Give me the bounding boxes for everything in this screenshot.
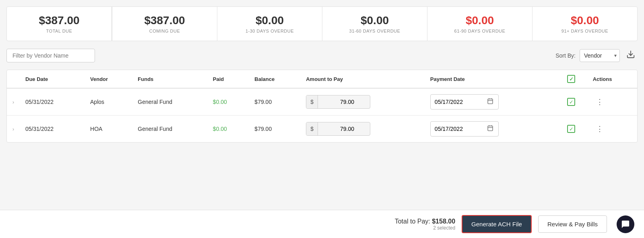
due-date-cell: 05/31/2022: [20, 88, 85, 116]
payment-date-input[interactable]: [431, 122, 483, 135]
sort-controls: Sort By: VendorDue DateAmountBalance: [555, 48, 638, 63]
actions-header: Actions: [587, 70, 637, 88]
actions-cell: ⋮: [587, 116, 637, 143]
sort-by-label: Sort By:: [555, 52, 576, 59]
amount-to-pay-header: Amount to Pay: [300, 70, 425, 88]
due-date-header: Due Date: [20, 70, 85, 88]
download-button[interactable]: [624, 48, 638, 63]
payment-date-cell: [425, 88, 555, 116]
summary-card-2: $0.001-30 DAYS OVERDUE: [217, 7, 322, 41]
row-actions-button[interactable]: ⋮: [593, 96, 607, 108]
summary-card-3: $0.0031-60 DAYS OVERDUE: [322, 7, 427, 41]
payment-date-header: Payment Date: [425, 70, 555, 88]
expand-row-button[interactable]: ›: [7, 88, 20, 116]
actions-cell: ⋮: [587, 88, 637, 116]
vendor-header: Vendor: [85, 70, 132, 88]
row-checkbox[interactable]: ✓: [567, 98, 575, 106]
table-header-row: Due Date Vendor Funds Paid Balance Amoun…: [7, 70, 637, 88]
bills-table: Due Date Vendor Funds Paid Balance Amoun…: [7, 70, 637, 142]
summary-amount-2: $0.00: [225, 14, 314, 27]
summary-card-0: $387.00TOTAL DUE: [7, 7, 112, 41]
funds-cell: General Fund: [132, 88, 207, 116]
balance-cell: $79.00: [249, 116, 300, 143]
date-input-group: [430, 121, 499, 137]
expand-header: [7, 70, 20, 88]
summary-amount-4: $0.00: [436, 14, 524, 27]
summary-label-0: TOTAL DUE: [15, 29, 103, 33]
summary-label-5: 91+ DAYS OVERDUE: [541, 29, 629, 33]
summary-card-4: $0.0061-90 DAYS OVERDUE: [427, 7, 533, 41]
payment-date-cell: [425, 116, 555, 143]
chevron-right-icon: ›: [12, 126, 14, 132]
vendor-filter-input[interactable]: [6, 49, 95, 62]
vendor-cell: HOA: [85, 116, 132, 143]
sort-select[interactable]: VendorDue DateAmountBalance: [580, 49, 620, 62]
filter-bar: Sort By: VendorDue DateAmountBalance: [6, 48, 638, 63]
amount-to-pay-cell: $: [300, 116, 425, 143]
due-date-cell: 05/31/2022: [20, 116, 85, 143]
summary-label-1: COMING DUE: [120, 29, 209, 33]
expand-row-button[interactable]: ›: [7, 116, 20, 143]
summary-card-5: $0.0091+ DAYS OVERDUE: [533, 7, 637, 41]
currency-symbol: $: [306, 122, 318, 135]
balance-cell: $79.00: [249, 88, 300, 116]
summary-amount-0: $387.00: [15, 14, 103, 27]
summary-label-2: 1-30 DAYS OVERDUE: [225, 29, 314, 33]
paid-header: Paid: [207, 70, 249, 88]
date-input-group: [430, 94, 499, 110]
summary-bar: $387.00TOTAL DUE$387.00COMING DUE$0.001-…: [6, 6, 638, 41]
balance-header: Balance: [249, 70, 300, 88]
vendor-cell: Aplos: [85, 88, 132, 116]
funds-header: Funds: [132, 70, 207, 88]
row-actions-button[interactable]: ⋮: [593, 123, 607, 135]
calendar-icon[interactable]: [483, 95, 497, 109]
summary-amount-5: $0.00: [541, 14, 629, 27]
row-checkbox-cell[interactable]: ✓: [555, 116, 587, 143]
summary-label-3: 31-60 DAYS OVERDUE: [330, 29, 419, 33]
payment-date-input[interactable]: [431, 95, 483, 108]
amount-input[interactable]: [318, 122, 358, 135]
table-row: ›05/31/2022HOAGeneral Fund$0.00$79.00$✓⋮: [7, 116, 637, 143]
select-all-header[interactable]: ✓: [555, 70, 587, 88]
summary-amount-1: $387.00: [120, 14, 209, 27]
bills-table-wrapper: Due Date Vendor Funds Paid Balance Amoun…: [6, 70, 638, 143]
amount-input-group: $: [306, 95, 370, 109]
amount-to-pay-cell: $: [300, 88, 425, 116]
svg-rect-1: [488, 99, 493, 104]
amount-input-group: $: [306, 122, 370, 136]
paid-cell: $0.00: [207, 116, 249, 143]
summary-card-1: $387.00COMING DUE: [112, 7, 217, 41]
select-all-checkbox[interactable]: ✓: [567, 75, 575, 83]
summary-label-4: 61-90 DAYS OVERDUE: [436, 29, 524, 33]
chevron-right-icon: ›: [12, 99, 14, 105]
row-checkbox-cell[interactable]: ✓: [555, 88, 587, 116]
row-checkbox[interactable]: ✓: [567, 125, 575, 133]
table-row: ›05/31/2022AplosGeneral Fund$0.00$79.00$…: [7, 88, 637, 116]
amount-input[interactable]: [318, 95, 358, 108]
sort-select-wrapper: VendorDue DateAmountBalance: [580, 49, 620, 62]
calendar-icon[interactable]: [483, 122, 497, 136]
currency-symbol: $: [306, 95, 318, 108]
paid-cell: $0.00: [207, 88, 249, 116]
funds-cell: General Fund: [132, 116, 207, 143]
summary-amount-3: $0.00: [330, 14, 419, 27]
svg-rect-5: [488, 126, 493, 131]
